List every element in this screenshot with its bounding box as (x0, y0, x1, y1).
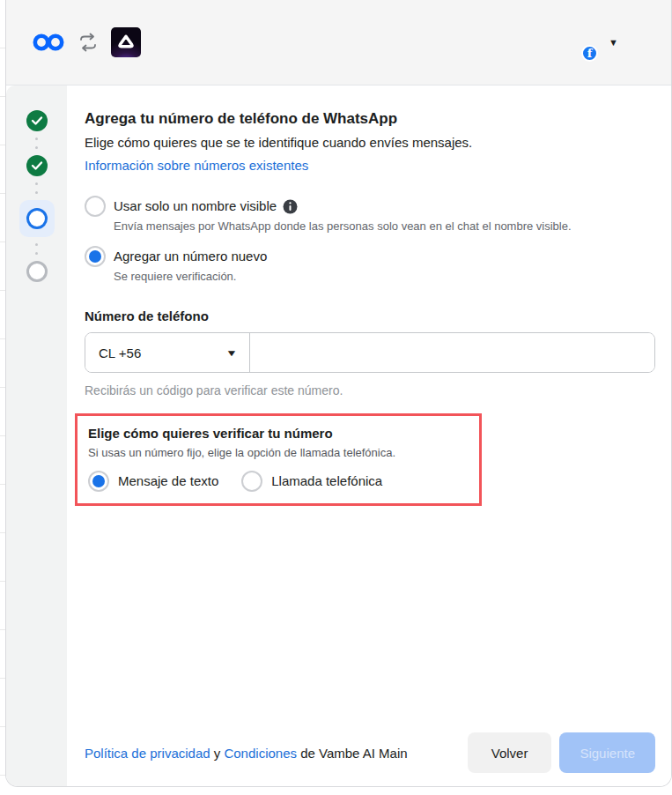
legal-suffix: de Vambe AI Main (297, 746, 408, 761)
facebook-badge-icon: f (581, 45, 598, 62)
main-content: Agrega tu número de teléfono de WhatsApp… (67, 85, 671, 786)
step-2-completed (26, 155, 48, 176)
option-visible-name-description: Envía mensajes por WhatsApp donde las pe… (114, 219, 572, 234)
legal-text: Política de privacidad y Condiciones de … (85, 744, 454, 762)
verification-options: Mensaje de texto Llamada telefónica (88, 471, 469, 492)
dialog-body: Agrega tu número de teléfono de WhatsApp… (6, 85, 671, 786)
dialog-footer: Política de privacidad y Condiciones de … (85, 732, 655, 775)
country-code-select[interactable]: CL +56 ▼ (85, 333, 250, 372)
step-connector (35, 131, 38, 155)
info-icon[interactable] (283, 199, 298, 214)
option-phone-call-label[interactable]: Llamada telefónica (271, 472, 382, 490)
radio-visible-name[interactable] (85, 196, 106, 217)
chevron-down-icon: ▼ (225, 348, 238, 358)
step-1-completed (26, 110, 48, 131)
option-visible-name-label[interactable]: Usar solo un nombre visible (114, 197, 277, 215)
brand-row (32, 27, 141, 57)
country-code-value: CL +56 (99, 345, 141, 360)
check-icon (31, 115, 43, 126)
option-visible-name[interactable]: Usar solo un nombre visible Envía mensaj… (85, 196, 655, 234)
next-button[interactable]: Siguiente (559, 732, 655, 773)
phone-helper-text: Recibirás un código para verificar este … (85, 383, 655, 398)
back-button[interactable]: Volver (468, 732, 552, 773)
step-3-active (19, 200, 55, 237)
dialog-header: f ▼ (6, 0, 671, 85)
radio-new-number[interactable] (85, 246, 106, 267)
page-title: Agrega tu número de teléfono de WhatsApp (85, 109, 655, 129)
legal-conjunction: y (210, 746, 225, 761)
option-phone-call[interactable]: Llamada telefónica (241, 471, 382, 492)
phone-number-input[interactable] (250, 333, 654, 372)
step-connector (35, 176, 38, 200)
existing-numbers-link[interactable]: Información sobre números existentes (85, 157, 655, 175)
progress-stepper (6, 85, 67, 786)
verification-title: Elige cómo quieres verificar tu número (88, 425, 469, 442)
option-new-number[interactable]: Agregar un número nuevo Se requiere veri… (85, 246, 655, 284)
account-menu[interactable]: f ▼ (561, 26, 618, 59)
page-subtitle: Elige cómo quieres que se te identifique… (85, 134, 655, 152)
radio-sms[interactable] (88, 471, 109, 492)
option-new-number-label[interactable]: Agregar un número nuevo (114, 248, 267, 265)
caret-down-icon[interactable]: ▼ (609, 37, 618, 48)
option-sms[interactable]: Mensaje de texto (88, 471, 218, 492)
option-sms-label[interactable]: Mensaje de texto (118, 472, 218, 490)
meta-logo-icon (32, 32, 65, 53)
vambe-app-icon (111, 27, 141, 57)
avatar[interactable]: f (561, 26, 594, 59)
whatsapp-signup-dialog: f ▼ (5, 0, 672, 787)
swap-arrows-icon (78, 33, 99, 52)
identity-options: Usar solo un nombre visible Envía mensaj… (85, 196, 655, 284)
terms-link[interactable]: Condiciones (224, 746, 297, 761)
step-connector (35, 237, 38, 261)
check-icon (31, 160, 43, 171)
step-4-upcoming (26, 261, 48, 282)
phone-number-label: Número de teléfono (85, 308, 655, 323)
option-new-number-description: Se requiere verificación. (114, 269, 267, 284)
verification-highlight-box: Elige cómo quieres verificar tu número S… (75, 413, 482, 506)
verification-subtitle: Si usas un número fijo, elige la opción … (88, 445, 469, 460)
privacy-policy-link[interactable]: Política de privacidad (85, 746, 210, 761)
footer-buttons: Volver Siguiente (468, 732, 655, 773)
radio-phone-call[interactable] (241, 471, 262, 492)
phone-input-group: CL +56 ▼ (85, 332, 655, 373)
